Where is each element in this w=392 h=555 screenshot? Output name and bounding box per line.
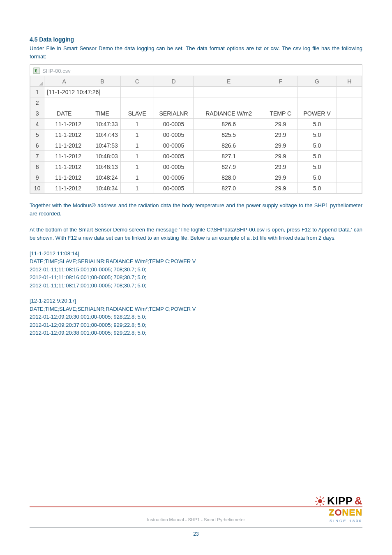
svg-line-9	[316, 504, 318, 505]
logo-text: &	[355, 495, 362, 507]
cell: 827.1	[194, 151, 264, 162]
row-header: 8	[30, 162, 44, 172]
table-row: 7 11-1-2012 10:48:03 1 00-0005 827.1 29.…	[30, 151, 362, 162]
logo-text: O	[334, 507, 342, 518]
cell: 10:48:24	[84, 172, 121, 183]
cell: 11-1-2012	[44, 183, 84, 194]
section-heading: 4.5 Data logging	[30, 36, 362, 43]
sun-icon	[315, 496, 325, 506]
row-header: 1	[30, 87, 44, 97]
cell: 00-0005	[154, 140, 194, 151]
row-header: 4	[30, 119, 44, 130]
table-row: 3 DATE TIME SLAVE SERIALNR RADIANCE W/m2…	[30, 108, 362, 119]
cell: 1	[120, 140, 154, 151]
col-header: F	[264, 76, 297, 87]
cell: POWER V	[297, 108, 337, 119]
cell: 00-0005	[154, 130, 194, 140]
spreadsheet-grid: A B C D E F G H 1 [11-1-2012 10:47:26]	[30, 76, 362, 194]
logo-tagline: SINCE 1830	[315, 519, 362, 523]
table-row: 2	[30, 97, 362, 108]
cell: TIME	[84, 108, 121, 119]
svg-line-8	[323, 497, 324, 499]
cell: 29.9	[264, 183, 297, 194]
cell: 29.9	[264, 151, 297, 162]
cell: 29.9	[264, 140, 297, 151]
cell: 29.9	[264, 172, 297, 183]
spreadsheet-tab: SHP-00.csv	[30, 65, 362, 76]
row-header: 2	[30, 97, 44, 108]
intro-paragraph: Under File in Smart Sensor Demo the data…	[30, 44, 362, 61]
log-line: 2012-01-12;09:20:37;001;00-0005; 929;22.…	[30, 321, 362, 329]
table-row: 4 11-1-2012 10:47:33 1 00-0005 826.6 29.…	[30, 119, 362, 130]
cell: 827.0	[194, 183, 264, 194]
col-header: B	[84, 76, 121, 87]
cell: 11-1-2012	[44, 172, 84, 183]
cell: 828.0	[194, 172, 264, 183]
row-header: 9	[30, 172, 44, 183]
cell: 5.0	[297, 119, 337, 130]
excel-icon	[33, 67, 40, 74]
paragraph: At the bottom of the Smart Sensor Demo s…	[30, 226, 362, 242]
row-header: 6	[30, 140, 44, 151]
cell: 1	[120, 162, 154, 172]
col-header: A	[44, 76, 84, 87]
cell: 29.9	[264, 130, 297, 140]
cell: 29.9	[264, 162, 297, 172]
cell: DATE	[44, 108, 84, 119]
col-header: D	[154, 76, 194, 87]
cell: 826.6	[194, 140, 264, 151]
select-all-corner	[30, 76, 44, 87]
table-row: 1 [11-1-2012 10:47:26]	[30, 87, 362, 97]
row-header: 3	[30, 108, 44, 119]
cell: 827.9	[194, 162, 264, 172]
cell: SERIALNR	[154, 108, 194, 119]
logo-text: NEN	[342, 507, 362, 518]
log-line: 2012-01-11;11:08:16;001;00-0005; 708;30.…	[30, 273, 362, 282]
cell: 00-0005	[154, 151, 194, 162]
row-header: 10	[30, 183, 44, 194]
row-header: 5	[30, 130, 44, 140]
cell: 00-0005	[154, 162, 194, 172]
col-header: C	[120, 76, 154, 87]
log-line: DATE;TIME;SLAVE;SERIALNR;RADIANCE W/m²;T…	[30, 257, 362, 266]
table-row: 5 11-1-2012 10:47:43 1 00-0005 825.5 29.…	[30, 130, 362, 140]
cell: 5.0	[297, 151, 337, 162]
page-number: 23	[30, 531, 362, 537]
cell: 826.6	[194, 119, 264, 130]
cell: 1	[120, 183, 154, 194]
cell: 10:48:13	[84, 162, 121, 172]
logo-text: KIPP	[327, 495, 353, 507]
footer-divider-red	[30, 506, 362, 507]
cell: 11-1-2012	[44, 140, 84, 151]
cell: 5.0	[297, 140, 337, 151]
cell: 825.5	[194, 130, 264, 140]
log-line: 2012-01-12;09:20:30;001;00-0005; 928;22.…	[30, 313, 362, 321]
cell: 29.9	[264, 119, 297, 130]
col-header: G	[297, 76, 337, 87]
table-row: 9 11-1-2012 10:48:24 1 00-0005 828.0 29.…	[30, 172, 362, 183]
svg-line-6	[316, 497, 318, 499]
table-row: 6 11-1-2012 10:47:53 1 00-0005 826.6 29.…	[30, 140, 362, 151]
cell: [11-1-2012 10:47:26]	[44, 87, 121, 97]
cell: 5.0	[297, 162, 337, 172]
footer-divider-gray	[30, 527, 362, 528]
cell: 00-0005	[154, 172, 194, 183]
cell: 5.0	[297, 130, 337, 140]
cell: 5.0	[297, 172, 337, 183]
cell: 10:47:43	[84, 130, 121, 140]
cell: 10:47:53	[84, 140, 121, 151]
log-line: [11-1-2012 11:08:14]	[30, 250, 362, 258]
cell: 11-1-2012	[44, 119, 84, 130]
cell: 11-1-2012	[44, 151, 84, 162]
cell: 00-0005	[154, 183, 194, 194]
logo-text: Z	[329, 507, 334, 518]
svg-point-1	[318, 499, 322, 503]
cell: SLAVE	[120, 108, 154, 119]
cell: 5.0	[297, 183, 337, 194]
log-line: 2012-01-11;11:08:17;001;00-0005; 708;30.…	[30, 282, 362, 290]
row-header: 7	[30, 151, 44, 162]
cell: 11-1-2012	[44, 162, 84, 172]
table-row: 10 11-1-2012 10:48:34 1 00-0005 827.0 29…	[30, 183, 362, 194]
cell: 10:48:34	[84, 183, 121, 194]
cell: 10:48:03	[84, 151, 121, 162]
